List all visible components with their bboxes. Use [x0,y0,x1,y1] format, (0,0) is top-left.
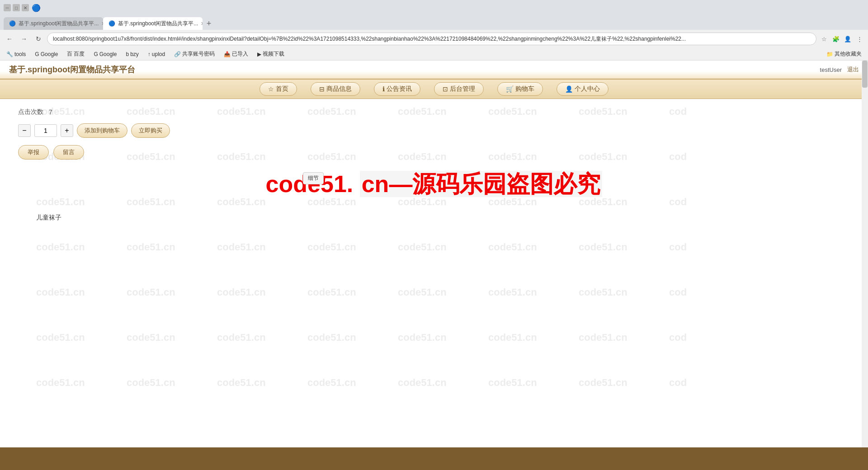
baidu-icon: 百 [67,50,72,58]
report-button[interactable]: 举报 [18,145,49,160]
video-download-icon: ▶ [257,51,261,57]
logout-button[interactable]: 退出 [847,66,859,74]
bookmark-imported[interactable]: 📥 已导入 [221,49,251,59]
site-header: 基于.springboot闲置物品共享平台 testUser 退出 [0,61,868,80]
scrollbar[interactable] [862,61,868,447]
buy-now-button[interactable]: 立即购买 [131,123,170,138]
tab2-favicon: 🔵 [108,20,115,27]
nav-news[interactable]: ℹ 公告资讯 [374,82,420,96]
address-bar-icons: ☆ 🧩 👤 ⋮ [819,34,864,44]
tab-bar: 🔵 基于.springboot闲置物品共享平... ✕ 🔵 基于.springb… [0,15,868,30]
category-label: 儿童袜子 [18,209,850,226]
bookmark-uplod[interactable]: ↑ uplod [145,50,168,58]
profile-icon[interactable]: 👤 [843,34,853,44]
quantity-increase-button[interactable]: + [61,124,73,137]
bookmark-google1[interactable]: G Google [32,50,61,58]
nav-profile[interactable]: 👤 个人中心 [557,82,609,96]
google2-icon: G [94,51,98,57]
browser-titlebar: ─ □ ✕ 🔵 [0,0,868,15]
tools-icon: 🔧 [6,51,13,57]
quantity-input[interactable] [34,124,57,137]
big-watermark-block: code51. cn—源码乐园盗图必究 细节 [18,169,850,200]
bookmarks-bar: 🔧 tools G Google 百 百度 G Google b bzy ↑ u… [0,48,868,61]
site-footer [0,447,868,470]
browser-favicon: 🔵 [32,4,41,12]
click-count-row: 点击次数 7 [18,108,850,116]
tab1-title: 基于.springboot闲置物品共享平... [19,20,99,28]
site-nav: ☆ 首页 ⊟ 商品信息 ℹ 公告资讯 ⊡ 后台管理 🛒 购物车 👤 个人中心 [0,80,868,99]
click-count-label: 点击次数 [18,108,43,116]
header-right: testUser 退出 [820,66,859,74]
page-content: cn code51.cn code51.cn code51.cn code51.… [0,61,868,454]
current-user-label: testUser [820,66,842,73]
extensions-icon[interactable]: 🧩 [831,34,841,44]
bzy-icon: b [126,51,129,57]
imported-icon: 📥 [224,51,231,57]
button-row: 举报 留言 [18,145,850,160]
bookmark-bzy[interactable]: b bzy [123,50,141,58]
quantity-row: − + 添加到购物车 立即购买 [18,123,850,138]
other-bookmarks-icon: 📁 [826,51,833,57]
bookmark-tools[interactable]: 🔧 tools [4,50,28,58]
browser-tab-2[interactable]: 🔵 基于.springboot闲置物品共享平... ✕ [103,17,203,30]
nav-cart[interactable]: 🛒 购物车 [497,82,543,96]
click-count-value: 7 [49,108,52,116]
settings-icon[interactable]: ⋮ [854,34,864,44]
close-button[interactable]: ✕ [22,4,29,11]
home-icon: ☆ [268,85,274,93]
back-button[interactable]: ← [4,33,15,45]
bookmark-google2[interactable]: G Google [91,50,119,58]
minimize-button[interactable]: ─ [4,4,11,11]
nav-admin[interactable]: ⊡ 后台管理 [434,82,484,96]
admin-icon: ⊡ [443,85,448,93]
share-account-icon: 🔗 [174,51,181,57]
comment-button[interactable]: 留言 [53,145,84,160]
news-icon: ℹ [382,85,385,93]
new-tab-button[interactable]: + [203,17,215,30]
add-to-cart-button[interactable]: 添加到购物车 [77,123,127,138]
google1-icon: G [35,51,39,57]
bookmark-baidu[interactable]: 百 百度 [64,49,87,59]
profile-nav-icon: 👤 [565,85,573,93]
bookmark-star-icon[interactable]: ☆ [819,34,829,44]
nav-home[interactable]: ☆ 首页 [259,82,297,96]
browser-controls: ─ □ ✕ [4,4,29,11]
tab2-title: 基于.springboot闲置物品共享平... [118,20,198,28]
uplod-icon: ↑ [148,51,151,57]
address-input[interactable] [47,33,816,45]
forward-button[interactable]: → [18,33,30,45]
reload-button[interactable]: ↻ [33,33,44,45]
site-logo: 基于.springboot闲置物品共享平台 [9,64,135,75]
product-detail-area: 点击次数 7 − + 添加到购物车 立即购买 举报 留言 code51. cn—… [0,99,868,235]
browser-tab-1[interactable]: 🔵 基于.springboot闲置物品共享平... ✕ [4,17,103,30]
maximize-button[interactable]: □ [13,4,20,11]
browser-frame: ─ □ ✕ 🔵 🔵 基于.springboot闲置物品共享平... ✕ 🔵 基于… [0,0,868,470]
quantity-decrease-button[interactable]: − [18,124,31,137]
cart-icon: 🛒 [506,85,514,93]
bookmark-other[interactable]: 📁 其他收藏夹 [824,49,864,59]
tab1-favicon: 🔵 [9,20,16,27]
bookmark-video-download[interactable]: ▶ 视频下载 [255,49,287,59]
address-bar: ← → ↻ ☆ 🧩 👤 ⋮ [0,30,868,48]
scrollbar-thumb[interactable] [862,61,868,88]
detail-tooltip: 细节 [303,172,324,184]
bookmark-share-account[interactable]: 🔗 共享账号密码 [171,49,217,59]
nav-products[interactable]: ⊟ 商品信息 [311,82,360,96]
products-icon: ⊟ [319,85,325,93]
